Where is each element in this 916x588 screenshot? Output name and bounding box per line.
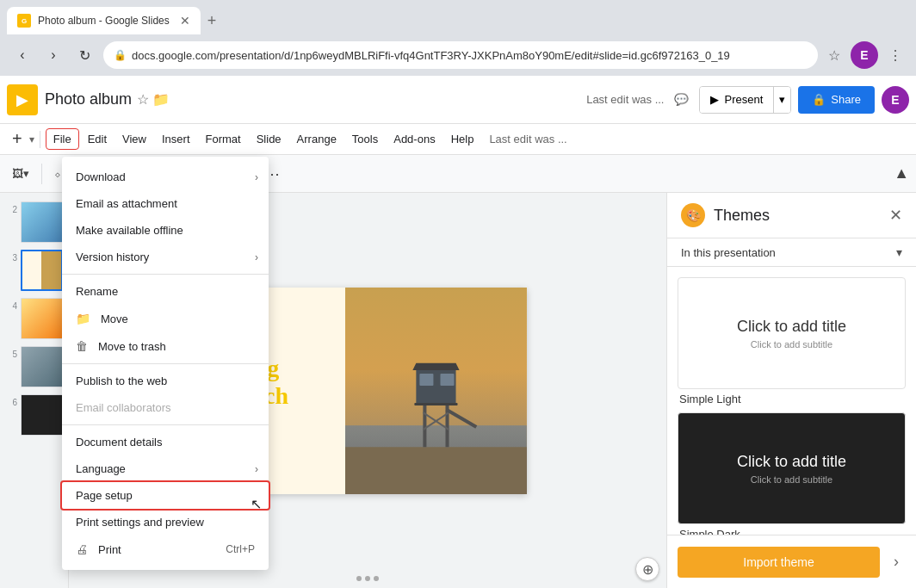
- import-theme-button[interactable]: Import theme: [678, 547, 880, 578]
- bookmark-button[interactable]: ☆: [825, 44, 844, 67]
- themes-panel: 🎨 Themes ✕ In this presentation ▾ Click …: [666, 193, 916, 588]
- themes-nav-right-button[interactable]: ›: [887, 546, 906, 578]
- slide-img-3[interactable]: [21, 250, 63, 291]
- trash-icon: 🗑: [76, 339, 88, 353]
- menu-item-download[interactable]: Download ›: [62, 164, 269, 190]
- slide-img-2[interactable]: [21, 201, 63, 243]
- slide-right-panel: [345, 288, 527, 494]
- last-edit-text[interactable]: Last edit was ...: [586, 93, 664, 106]
- slide-num-3: 3: [5, 250, 17, 263]
- slide-img-4[interactable]: [21, 298, 63, 339]
- slide-thumb-6[interactable]: 6: [3, 393, 65, 437]
- toolbar-image-button[interactable]: 🖼▾: [7, 164, 34, 183]
- menu-item-email-attachment[interactable]: Email as attachment: [62, 190, 269, 217]
- theme-dark-title: Click to add title: [737, 453, 846, 471]
- app-bar-right: Last edit was ... 💬 ▶ Present ▾ 🔒 Share …: [586, 86, 909, 114]
- download-label: Download: [76, 170, 126, 183]
- theme-item-simple-light[interactable]: Click to add title Click to add subtitle…: [678, 277, 906, 405]
- menu-item-language[interactable]: Language ›: [62, 455, 269, 482]
- nav-dot-3[interactable]: [374, 576, 379, 581]
- file-menu-dropdown: Download › Email as attachment Make avai…: [62, 157, 269, 570]
- nav-dot-2[interactable]: [365, 576, 370, 581]
- back-button[interactable]: ‹: [10, 43, 34, 67]
- menu-item-move-trash[interactable]: 🗑 Move to trash: [62, 332, 269, 360]
- slide-img-5[interactable]: [21, 346, 63, 387]
- slide-thumb-4[interactable]: 4: [3, 296, 65, 341]
- page-setup-label: Page setup: [76, 489, 133, 502]
- menu-item-print[interactable]: 🖨 Print Ctrl+P: [62, 535, 269, 563]
- folder-icon[interactable]: 📁: [152, 91, 170, 108]
- email-collaborators-label: Email collaborators: [76, 401, 171, 414]
- print-shortcut: Ctrl+P: [226, 543, 255, 555]
- browser-nav: ‹ › ↻ 🔒 docs.google.com/presentation/d/1…: [0, 34, 916, 76]
- menu-item-available-offline[interactable]: Make available offline: [62, 217, 269, 244]
- theme-dark-subtitle: Click to add subtitle: [737, 474, 846, 485]
- rename-label: Rename: [76, 285, 118, 298]
- add-button[interactable]: +: [7, 127, 28, 151]
- svg-rect-8: [419, 373, 433, 385]
- themes-close-button[interactable]: ✕: [889, 206, 902, 225]
- menu-item-document-details[interactable]: Document details: [62, 429, 269, 455]
- menu-item-version-history[interactable]: Version history ›: [62, 244, 269, 270]
- new-tab-button[interactable]: +: [201, 12, 224, 30]
- filter-label: In this presentation: [681, 246, 896, 259]
- toolbar-collapse-button[interactable]: ▲: [894, 164, 909, 183]
- menu-slide[interactable]: Slide: [250, 129, 288, 149]
- canvas-add-button[interactable]: ⊕: [635, 557, 659, 581]
- slide-num-4: 4: [5, 298, 17, 311]
- menu-view[interactable]: View: [115, 129, 153, 149]
- menu-arrange[interactable]: Arrange: [290, 129, 344, 149]
- menu-tools[interactable]: Tools: [345, 129, 385, 149]
- star-icon[interactable]: ☆: [137, 91, 149, 108]
- address-bar[interactable]: 🔒 docs.google.com/presentation/d/1np6wey…: [103, 41, 818, 69]
- menu-item-page-setup[interactable]: Page setup ↖: [62, 482, 269, 509]
- menu-help[interactable]: Help: [444, 129, 481, 149]
- menu-last-edit[interactable]: Last edit was ...: [489, 133, 566, 145]
- menu-item-move[interactable]: 📁 Move: [62, 305, 269, 332]
- menu-file[interactable]: File: [46, 128, 79, 150]
- present-main-button[interactable]: ▶ Present: [700, 87, 773, 113]
- slide-thumb-5[interactable]: 5: [3, 344, 65, 389]
- tab-favicon: G: [17, 14, 31, 28]
- present-dropdown-button[interactable]: ▾: [773, 87, 790, 113]
- themes-icon: 🎨: [681, 203, 705, 227]
- add-dropdown[interactable]: ▾: [29, 133, 34, 145]
- browser-tab-bar: G Photo album - Google Slides ✕ +: [0, 0, 916, 34]
- active-tab[interactable]: G Photo album - Google Slides ✕: [7, 7, 201, 34]
- forward-button[interactable]: ›: [41, 43, 65, 67]
- menu-format[interactable]: Format: [199, 129, 248, 149]
- browser-user-avatar[interactable]: E: [851, 41, 878, 69]
- menu-addons[interactable]: Add-ons: [387, 129, 442, 149]
- slide-thumb-3[interactable]: 3: [3, 248, 65, 293]
- slideshow-icon: ▶: [710, 93, 719, 106]
- slide-num-2: 2: [5, 201, 17, 214]
- menu-item-rename[interactable]: Rename: [62, 278, 269, 305]
- menu-item-publish[interactable]: Publish to the web: [62, 368, 269, 394]
- menu-item-email-collaborators: Email collaborators: [62, 394, 269, 421]
- menu-insert[interactable]: Insert: [155, 129, 197, 149]
- themes-filter[interactable]: In this presentation ▾: [667, 238, 916, 267]
- browser-menu-button[interactable]: ⋮: [885, 44, 906, 67]
- slide-panel: 2 3 4 5 6: [0, 193, 69, 588]
- file-menu-group-4: Document details Language › Page setup ↖…: [62, 425, 269, 566]
- user-avatar[interactable]: E: [882, 86, 909, 114]
- nav-dot-1[interactable]: [356, 576, 362, 581]
- theme-item-simple-dark[interactable]: Click to add title Click to add subtitle…: [678, 412, 906, 535]
- language-label: Language: [76, 462, 126, 475]
- theme-preview-light: Click to add title Click to add subtitle: [678, 277, 906, 389]
- filter-dropdown-button[interactable]: ▾: [896, 245, 902, 259]
- svg-marker-10: [412, 362, 459, 369]
- theme-light-subtitle: Click to add subtitle: [737, 339, 846, 350]
- comment-button[interactable]: 💬: [671, 90, 692, 109]
- menu-item-print-settings[interactable]: Print settings and preview: [62, 509, 269, 535]
- share-label: Share: [831, 93, 861, 106]
- lock-share-icon: 🔒: [812, 93, 826, 106]
- slide-thumb-2[interactable]: 2: [3, 200, 65, 244]
- theme-light-title: Click to add title: [737, 318, 846, 336]
- menu-edit[interactable]: Edit: [81, 129, 114, 149]
- tab-close-icon[interactable]: ✕: [180, 14, 190, 28]
- refresh-button[interactable]: ↻: [72, 43, 96, 67]
- share-button[interactable]: 🔒 Share: [798, 86, 875, 114]
- app-icon: ▶: [7, 84, 38, 115]
- slide-img-6[interactable]: [21, 394, 63, 436]
